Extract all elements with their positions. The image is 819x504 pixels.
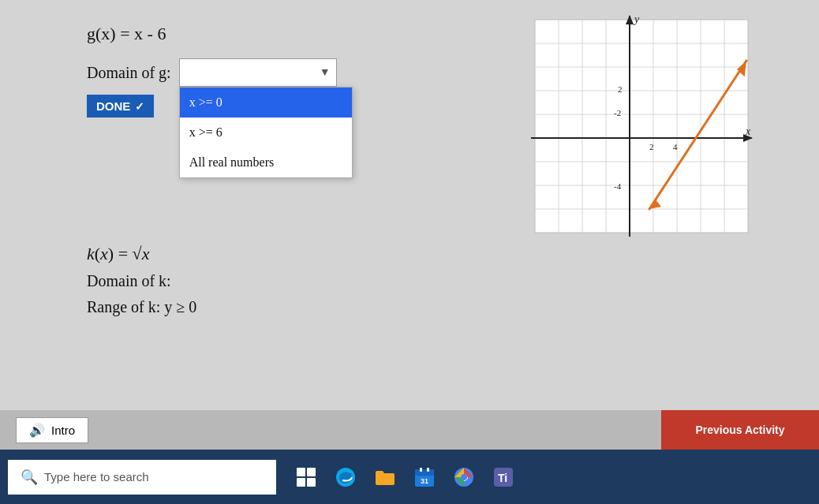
svg-rect-2 <box>535 20 748 233</box>
svg-rect-36 <box>307 478 316 487</box>
previous-activity-bar[interactable]: Previous Activity <box>661 410 819 450</box>
task-view-icon[interactable] <box>292 463 320 491</box>
main-content-area: g(x) = x - 6 Domain of g: ▼ x >= 0 x >= … <box>0 0 819 450</box>
dropdown-item-all-real[interactable]: All real numbers <box>180 147 352 177</box>
svg-rect-41 <box>427 468 429 472</box>
taskbar: 🔍 Type here to search 31 Ti <box>0 450 819 504</box>
domain-k-row: Domain of k: <box>87 272 772 290</box>
svg-rect-33 <box>297 468 305 476</box>
taskbar-search-box[interactable]: 🔍 Type here to search <box>8 460 276 495</box>
edge-icon[interactable] <box>331 463 360 491</box>
range-k-text: Range of k: y ≥ 0 <box>87 298 196 315</box>
svg-text:4: 4 <box>673 142 678 151</box>
check-icon: ✓ <box>135 100 144 113</box>
dropdown-item-x-gte-0[interactable]: x >= 0 <box>180 88 352 118</box>
chrome-icon[interactable] <box>450 463 478 491</box>
domain-k-label: Domain of k: <box>87 272 171 289</box>
svg-text:-4: -4 <box>614 181 622 191</box>
svg-text:2: 2 <box>618 84 623 94</box>
svg-text:Ti: Ti <box>498 472 507 484</box>
search-icon: 🔍 <box>21 469 38 486</box>
svg-rect-39 <box>415 469 434 476</box>
intro-button-label: Intro <box>51 424 75 437</box>
svg-text:2: 2 <box>649 142 654 151</box>
svg-rect-34 <box>307 468 316 476</box>
taskbar-icons: 31 Ti <box>292 463 518 491</box>
folder-icon[interactable] <box>371 463 399 491</box>
domain-g-select-wrapper[interactable]: ▼ x >= 0 x >= 6 All real numbers <box>179 58 337 87</box>
intro-button[interactable]: 🔊 Intro <box>16 417 88 443</box>
speaker-icon: 🔊 <box>29 423 45 438</box>
domain-g-select[interactable]: ▼ <box>179 58 337 87</box>
done-button-label: DONE <box>96 99 130 113</box>
svg-text:31: 31 <box>421 477 428 485</box>
domain-g-dropdown: x >= 0 x >= 6 All real numbers <box>179 87 353 178</box>
teams-icon[interactable]: Ti <box>489 463 518 491</box>
k-equation-text: k(x) = √x <box>87 244 149 263</box>
range-k-row: Range of k: y ≥ 0 <box>87 298 772 316</box>
k-equation: k(x) = √x <box>87 244 772 264</box>
svg-rect-35 <box>297 478 305 487</box>
calendar-icon[interactable]: 31 <box>410 463 439 491</box>
g-equation-text: g(x) = x - 6 <box>87 24 166 43</box>
search-placeholder-text: Type here to search <box>44 470 149 483</box>
svg-text:x: x <box>745 125 751 137</box>
svg-text:-2: -2 <box>614 108 621 118</box>
previous-activity-label: Previous Activity <box>695 424 784 436</box>
domain-g-label: Domain of g: <box>87 64 171 82</box>
dropdown-item-x-gte-6[interactable]: x >= 6 <box>180 118 352 147</box>
graph-container: y x 2 4 2 -2 -4 <box>527 12 756 241</box>
done-button[interactable]: DONE ✓ <box>87 95 154 118</box>
svg-point-45 <box>461 474 467 480</box>
svg-text:y: y <box>633 13 640 25</box>
chevron-down-icon: ▼ <box>320 66 331 79</box>
svg-rect-40 <box>420 468 422 472</box>
